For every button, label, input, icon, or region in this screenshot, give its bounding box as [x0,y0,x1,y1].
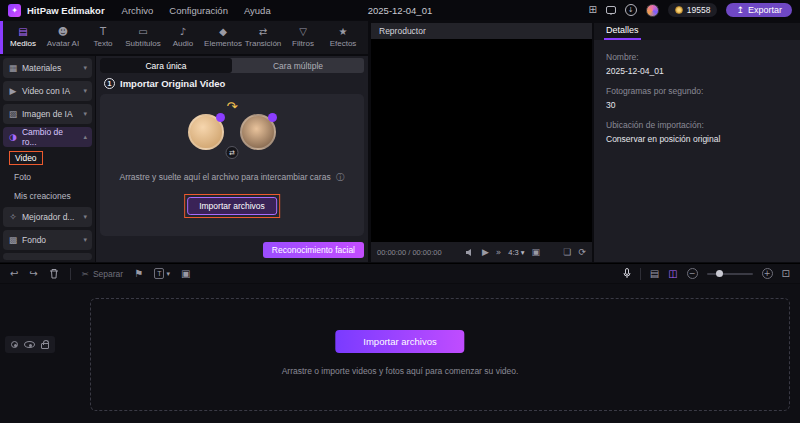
field-label-ubicacion: Ubicación de importación: [606,120,788,130]
player-controls: 00:00:00 / 00:00:00 ▶ » 4:3 ▾ ▣ ❏ ⟳ [371,242,592,262]
annotation-box-import: Importar archivos [184,194,280,218]
marker-button[interactable]: ⚑ [134,268,143,279]
tab-texto[interactable]: T Texto [83,27,123,48]
play-button[interactable]: ▶ [482,247,489,257]
tab-audio[interactable]: ♪ Audio [163,27,203,48]
titlebar: ✦ HitPaw Edimakor Archivo Configuración … [0,0,800,20]
timeline-dropzone[interactable] [90,298,790,411]
app-logo-icon: ✦ [8,4,21,17]
tab-efectos[interactable]: ★ Efectos [323,27,363,48]
undo-button[interactable]: ↩ [10,268,18,279]
fit-timeline-button[interactable]: ⊡ [782,268,790,279]
lock-icon[interactable] [41,343,49,349]
sidebar-item-label: Mejorador d... [22,212,74,222]
sidebar-item-label: Materiales [22,63,61,73]
sidebar-item-cambio-de-rostro[interactable]: ◑ Cambio de ro... ▴ [3,127,92,147]
timeline-zoom-slider[interactable] [707,273,753,275]
sidebar-item-mejorador[interactable]: ✧ Mejorador d... ▾ [3,207,92,227]
tab-label: Texto [93,39,112,48]
faceswap-dropzone[interactable]: ↷ ⇄ Arrastre y suelte aquí el archivo pa… [100,94,364,236]
swap-icon: ⇄ [226,146,239,159]
menu-ayuda[interactable]: Ayuda [244,5,271,16]
audio-icon: ♪ [180,27,186,37]
tab-subtitulos[interactable]: ▭ Subtítulos [123,27,163,48]
timeline-import-button[interactable]: Importar archivos [335,330,464,353]
sidebar-item-label: Cambio de ro... [22,127,80,147]
playback-time: 00:00:00 / 00:00:00 [377,248,442,257]
volume-icon[interactable] [465,248,475,257]
app-window: ✦ HitPaw Edimakor Archivo Configuración … [0,0,800,423]
text-icon: T [100,27,106,37]
tab-label: Efectos [330,39,357,48]
tab-detalles[interactable]: Detalles [604,25,641,40]
ribbon-tabs: ▤ Medios ☻ Avatar AI T Texto ▭ Subtítulo… [0,21,368,54]
sidebar-item-imagen-de-ia[interactable]: ▨ Imagen de IA ▾ [3,104,92,124]
tab-transicion[interactable]: ⇄ Transición [243,27,283,48]
swap-arrow-icon: ↷ [227,99,238,114]
scissors-icon: ✂ [82,269,89,279]
tab-label: Audio [173,39,193,48]
sidebar-subitem-foto[interactable]: Foto [3,169,92,185]
subtitles-icon: ▭ [138,27,147,37]
sidebar-item-video-con-ia[interactable]: ▶ Video con IA ▾ [3,81,92,101]
ratio-value: 4:3 [508,248,518,257]
video-preview [371,39,592,242]
info-icon[interactable]: ⓘ [336,172,345,182]
details-panel: Detalles Nombre: 2025-12-04_01 Fotograma… [594,23,800,262]
coins-badge[interactable]: 19558 [668,3,718,17]
tab-avatar-ai[interactable]: ☻ Avatar AI [43,27,83,48]
toolbar-divider [640,268,641,280]
zoom-in-button[interactable]: + [762,268,773,279]
workspace-layout-icon[interactable]: ⊞ [588,5,596,15]
microphone-button[interactable] [623,268,631,279]
menu-archivo[interactable]: Archivo [122,5,154,16]
zoom-out-button[interactable]: − [687,268,698,279]
tab-elementos[interactable]: ◆ Elementos [203,27,243,48]
tab-medios[interactable]: ▤ Medios [3,27,43,48]
redo-button[interactable]: ↪ [29,268,37,279]
face-recognition-button[interactable]: Reconocimiento facial [263,242,364,258]
drop-hint: Arrastre y suelte aquí el archivo para i… [100,172,364,184]
snapshot-button[interactable]: ▣ [532,247,541,257]
track-split-view-button[interactable]: ◫ [668,268,677,279]
sidebar-item-materiales[interactable]: ▦ Materiales ▾ [3,58,92,78]
export-icon: ↥ [736,5,744,15]
subitem-label: Mis creaciones [9,190,76,202]
delete-button[interactable] [49,268,59,279]
tab-label: Avatar AI [47,39,79,48]
tab-label: Transición [245,39,282,48]
tab-filtros[interactable]: ▽ Filtros [283,27,323,48]
record-icon[interactable] [11,341,18,348]
import-files-button[interactable]: Importar archivos [187,197,277,215]
tab-cara-multiple[interactable]: Cara múltiple [232,58,364,73]
edit-toolbar: ↩ ↪ ✂ Separar ⚑ T ▾ ▣ ▤ ◫ − + ⊡ [0,263,800,283]
coin-icon [675,6,683,14]
timeline: Importar archivos Arrastre o importe vid… [0,284,800,423]
tab-cara-unica[interactable]: Cara única [100,58,232,73]
next-frame-button[interactable]: » [496,247,502,257]
tab-label: Elementos [204,39,242,48]
chevron-down-icon: ▾ [83,110,87,118]
sidebar-item-clipped[interactable] [3,253,92,260]
step-header: 1 Importar Original Video [104,78,225,89]
feedback-icon[interactable] [606,6,616,14]
crop-button[interactable]: ▣ [181,268,190,279]
sidebar-subitem-mis-creaciones[interactable]: Mis creaciones [3,188,92,204]
loop-button[interactable]: ⟳ [578,247,586,257]
enhancer-icon: ✧ [8,212,18,222]
text-tool-button[interactable]: T ▾ [154,268,170,279]
fullscreen-button[interactable]: ❏ [563,247,571,257]
eye-visibility-icon[interactable] [24,341,35,348]
user-avatar[interactable] [646,4,659,17]
sidebar-subitem-video[interactable]: Video [3,150,92,166]
field-label-nombre: Nombre: [606,52,788,62]
split-button[interactable]: ✂ Separar [82,269,123,279]
download-icon[interactable]: ↓ [625,4,637,16]
project-name: 2025-12-04_01 [300,5,500,16]
sidebar-item-fondo[interactable]: ▩ Fondo ▾ [3,230,92,250]
menu-configuracion[interactable]: Configuración [169,5,228,16]
export-button[interactable]: ↥ Exportar [726,3,792,17]
tab-label: Filtros [292,39,314,48]
aspect-ratio-select[interactable]: 4:3 ▾ [508,248,524,257]
track-list-button[interactable]: ▤ [650,268,659,279]
